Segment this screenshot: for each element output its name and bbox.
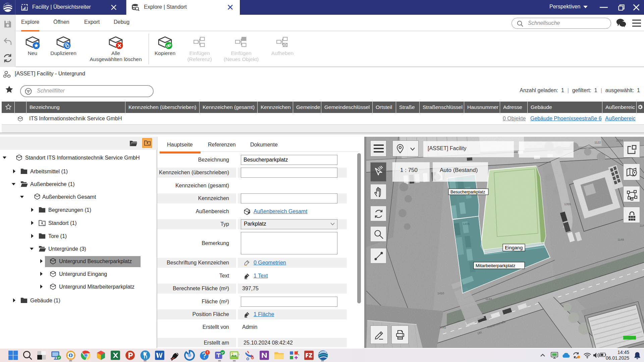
svg-text:1149: 1149	[618, 238, 624, 241]
svg-text:1045: 1045	[439, 326, 446, 329]
svg-text:1144: 1144	[485, 297, 492, 301]
svg-text:Besucherparkplatz: Besucherparkplatz	[450, 190, 485, 194]
svg-text:Eingang: Eingang	[505, 245, 523, 250]
svg-text:Mitarbeiterparkplatz: Mitarbeiterparkplatz	[476, 263, 516, 268]
svg-text:1122: 1122	[594, 141, 601, 144]
svg-text:1410: 1410	[437, 292, 444, 295]
svg-text:1143: 1143	[640, 224, 644, 227]
svg-text:1355: 1355	[564, 202, 571, 206]
svg-text:1324: 1324	[616, 139, 623, 142]
